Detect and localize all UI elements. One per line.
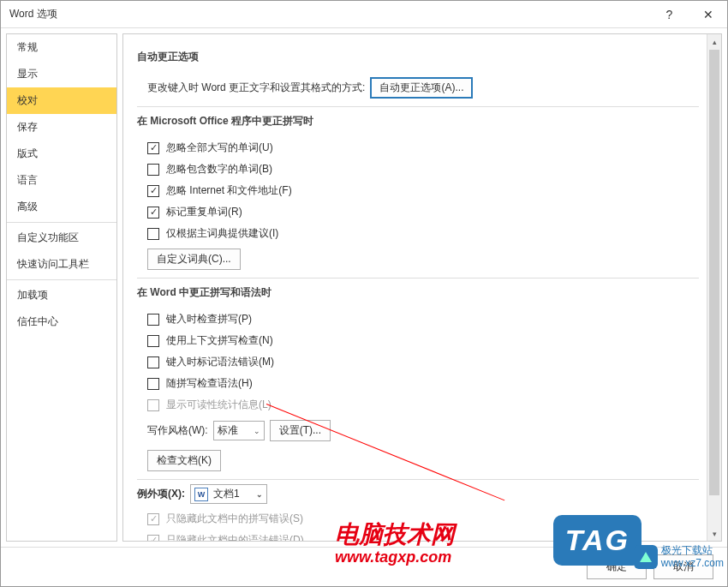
check-document-row: 检查文档(K) xyxy=(137,446,699,476)
section-office-spelling-title: 在 Microsoft Office 程序中更正拼写时 xyxy=(137,107,699,137)
checkbox-label: 忽略全部大写的单词(U) xyxy=(166,141,273,155)
tag-text: TAG xyxy=(553,515,641,566)
checkbox-label: 忽略 Internet 和文件地址(F) xyxy=(166,183,292,198)
check-contextual-spelling[interactable]: 使用上下文拼写检查(N) xyxy=(137,330,699,351)
checkbox-label: 忽略包含数字的单词(B) xyxy=(166,162,272,177)
sidebar-item-trust-center[interactable]: 信任中心 xyxy=(7,308,116,335)
check-ignore-internet[interactable]: 忽略 Internet 和文件地址(F) xyxy=(137,180,699,201)
section-autocorrect-title: 自动更正选项 xyxy=(137,43,699,73)
content-panel: 自动更正选项 更改键入时 Word 更正文字和设置其格式的方式: 自动更正选项(… xyxy=(122,33,722,542)
writing-style-label: 写作风格(W): xyxy=(147,423,208,438)
checkbox-icon[interactable] xyxy=(147,356,159,368)
exceptions-row: 例外项(X): W 文档1 ⌄ xyxy=(137,480,699,508)
dropdown-value: 标准 xyxy=(218,423,238,438)
checkbox-icon[interactable] xyxy=(147,164,159,176)
sidebar: 常规 显示 校对 保存 版式 语言 高级 自定义功能区 快速访问工具栏 加载项 … xyxy=(6,33,117,542)
sidebar-item-display[interactable]: 显示 xyxy=(7,61,116,87)
word-document-icon: W xyxy=(194,488,208,501)
options-dialog: Word 选项 ? ✕ 常规 显示 校对 保存 版式 语言 高级 自定义功能区 … xyxy=(0,0,728,587)
checkbox-icon[interactable] xyxy=(147,228,159,240)
titlebar-buttons: ? ✕ xyxy=(650,1,727,28)
chevron-down-icon: ⌄ xyxy=(256,490,263,499)
check-document-button[interactable]: 检查文档(K) xyxy=(147,450,221,471)
window-title: Word 选项 xyxy=(9,7,650,21)
dropdown-value: 文档1 xyxy=(213,487,240,501)
jiguang-text: 极光下载站 www.xz7.com xyxy=(661,544,724,569)
custom-dict-row: 自定义词典(C)... xyxy=(137,244,699,274)
checkbox-label: 只隐藏此文档中的语法错误(D) xyxy=(166,533,304,542)
jiguang-logo-icon xyxy=(634,545,658,569)
close-button[interactable]: ✕ xyxy=(689,1,727,28)
checkbox-icon xyxy=(147,399,159,411)
main-area: 常规 显示 校对 保存 版式 语言 高级 自定义功能区 快速访问工具栏 加载项 … xyxy=(1,28,727,547)
sidebar-item-save[interactable]: 保存 xyxy=(7,114,116,141)
checkbox-icon[interactable] xyxy=(147,335,159,347)
check-main-dict-only[interactable]: 仅根据主词典提供建议(I) xyxy=(137,223,699,244)
checkbox-icon[interactable] xyxy=(147,207,159,219)
checkbox-label: 使用上下文拼写检查(N) xyxy=(166,333,273,348)
sidebar-item-advanced[interactable]: 高级 xyxy=(7,194,116,220)
checkbox-icon[interactable] xyxy=(147,185,159,197)
checkbox-label: 键入时标记语法错误(M) xyxy=(166,355,274,369)
sidebar-item-proofing[interactable]: 校对 xyxy=(7,87,116,114)
exceptions-label: 例外项(X): xyxy=(137,487,185,501)
check-spelling-as-type[interactable]: 键入时检查拼写(P) xyxy=(137,308,699,330)
writing-style-dropdown[interactable]: 标准 ⌄ xyxy=(213,421,265,440)
check-ignore-numbers[interactable]: 忽略包含数字的单词(B) xyxy=(137,159,699,180)
checkbox-icon xyxy=(147,513,159,525)
scroll-thumb[interactable] xyxy=(709,50,719,495)
checkbox-label: 显示可读性统计信息(L) xyxy=(166,398,272,412)
autocorrect-options-button[interactable]: 自动更正选项(A)... xyxy=(370,77,473,99)
check-readability-stats: 显示可读性统计信息(L) xyxy=(137,394,699,416)
sidebar-item-general[interactable]: 常规 xyxy=(7,34,116,61)
sidebar-item-customize-ribbon[interactable]: 自定义功能区 xyxy=(7,225,116,251)
checkbox-icon xyxy=(147,535,159,542)
chevron-down-icon: ⌄ xyxy=(254,427,260,435)
watermark-text: 电脑技术网 www.tagxp.com xyxy=(335,520,455,567)
check-flag-repeated[interactable]: 标记重复单词(R) xyxy=(137,201,699,223)
autocorrect-desc: 更改键入时 Word 更正文字和设置其格式的方式: xyxy=(147,81,365,95)
writing-style-row: 写作风格(W): 标准 ⌄ 设置(T)... xyxy=(137,416,699,446)
checkbox-label: 键入时检查拼写(P) xyxy=(166,312,252,326)
jiguang-watermark: 极光下载站 www.xz7.com xyxy=(634,544,724,569)
sidebar-separator xyxy=(7,279,116,280)
checkbox-label: 标记重复单词(R) xyxy=(166,205,242,219)
sidebar-item-addins[interactable]: 加载项 xyxy=(7,282,116,308)
sidebar-item-layout[interactable]: 版式 xyxy=(7,141,116,167)
sidebar-item-quick-access[interactable]: 快速访问工具栏 xyxy=(7,251,116,278)
section-word-spelling-title: 在 Word 中更正拼写和语法时 xyxy=(137,279,699,308)
scroll-down-icon[interactable]: ▾ xyxy=(707,526,721,541)
jiguang-name: 极光下载站 xyxy=(661,544,724,556)
tag-badge: TAG xyxy=(553,515,641,566)
jiguang-url: www.xz7.com xyxy=(661,557,724,569)
checkbox-icon[interactable] xyxy=(147,314,159,326)
check-grammar-as-type[interactable]: 键入时标记语法错误(M) xyxy=(137,351,699,373)
checkbox-label: 随拼写检查语法(H) xyxy=(166,376,253,391)
check-ignore-uppercase[interactable]: 忽略全部大写的单词(U) xyxy=(137,137,699,159)
titlebar: Word 选项 ? ✕ xyxy=(1,1,727,28)
check-grammar-with-spelling[interactable]: 随拼写检查语法(H) xyxy=(137,373,699,394)
checkbox-label: 只隐藏此文档中的拼写错误(S) xyxy=(166,512,303,526)
checkbox-label: 仅根据主词典提供建议(I) xyxy=(166,226,278,241)
checkbox-icon[interactable] xyxy=(147,378,159,390)
scrollbar[interactable]: ▴ ▾ xyxy=(707,34,721,541)
settings-button[interactable]: 设置(T)... xyxy=(270,420,331,441)
help-button[interactable]: ? xyxy=(650,1,689,28)
exceptions-dropdown[interactable]: W 文档1 ⌄ xyxy=(190,484,267,504)
watermark-title: 电脑技术网 xyxy=(335,520,455,549)
custom-dictionaries-button[interactable]: 自定义词典(C)... xyxy=(147,249,241,270)
autocorrect-row: 更改键入时 Word 更正文字和设置其格式的方式: 自动更正选项(A)... xyxy=(137,73,699,103)
checkbox-icon[interactable] xyxy=(147,142,159,154)
sidebar-separator xyxy=(7,222,116,223)
watermark-url: www.tagxp.com xyxy=(335,548,455,567)
scroll-up-icon[interactable]: ▴ xyxy=(707,34,721,49)
sidebar-item-language[interactable]: 语言 xyxy=(7,167,116,194)
